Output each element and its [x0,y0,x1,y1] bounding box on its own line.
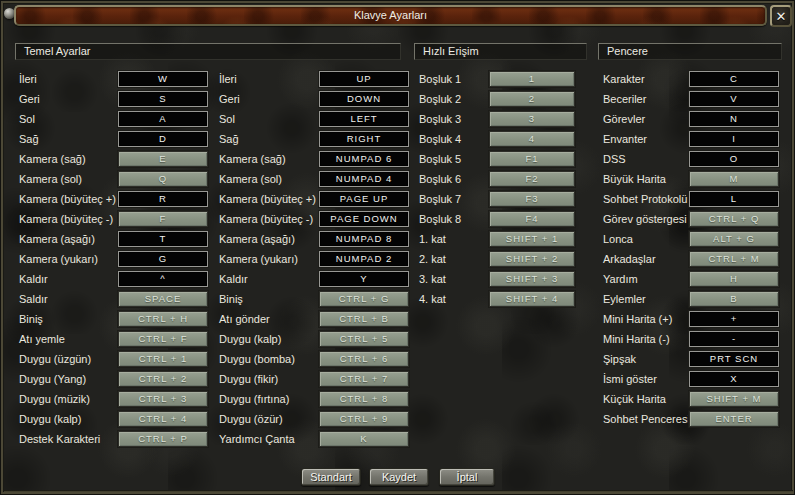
keybind-button[interactable]: M [689,171,779,187]
keybind-button[interactable]: CTRL + 9 [319,411,409,427]
keybind-button[interactable]: PRT SCN [689,351,779,367]
keybind-button[interactable]: ENTER [689,411,779,427]
keybind-button[interactable]: CTRL + 2 [118,371,208,387]
keybind-row: 4. katSHIFT + 4 [419,291,575,307]
keybind-button[interactable]: E [118,151,208,167]
keybind-button[interactable]: SHIFT + M [689,391,779,407]
keybind-button[interactable]: LEFT [319,111,409,127]
keybind-button[interactable]: G [118,251,208,267]
keybind-button[interactable]: UP [319,71,409,87]
window-title: Klavye Ayarları [354,9,427,21]
keybind-button[interactable]: T [118,231,208,247]
keybind-button[interactable]: CTRL + 7 [319,371,409,387]
keybind-button[interactable]: - [689,331,779,347]
keybind-button[interactable]: + [689,311,779,327]
keybind-row: SaldırSPACE [19,291,208,307]
keybind-button[interactable]: V [689,91,779,107]
keybind-button[interactable]: D [118,131,208,147]
keybind-button[interactable]: F3 [489,191,575,207]
keybind-button[interactable]: CTRL + 3 [118,391,208,407]
keybind-button[interactable]: 4 [489,131,575,147]
keybind-button[interactable]: F2 [489,171,575,187]
iptal-button[interactable]: İptal [439,468,495,486]
keybind-button[interactable]: O [689,151,779,167]
keybind-row: Mini Harita (+)+ [603,311,779,327]
keybind-row: ArkadaşlarCTRL + M [603,251,779,267]
keybind-button[interactable]: X [689,371,779,387]
keybind-button[interactable]: NUMPAD 4 [319,171,409,187]
keybind-button[interactable]: SHIFT + 4 [489,291,575,307]
keybind-button[interactable]: CTRL + H [118,311,208,327]
keybind-button[interactable]: SHIFT + 3 [489,271,575,287]
keybind-button[interactable]: CTRL + G [319,291,409,307]
keybind-button[interactable]: B [689,291,779,307]
keybind-label: 3. kat [419,273,489,285]
keybind-button[interactable]: 2 [489,91,575,107]
keybind-button[interactable]: CTRL + F [118,331,208,347]
keybind-button[interactable]: CTRL + 4 [118,411,208,427]
keybind-row: Kamera (sol)NUMPAD 4 [219,171,409,187]
keybind-row: İsmi gösterX [603,371,779,387]
keybind-button[interactable]: SHIFT + 2 [489,251,575,267]
keybind-button[interactable]: R [118,191,208,207]
keybind-row: Duygu (özür)CTRL + 9 [219,411,409,427]
keybind-button[interactable]: PAGE UP [319,191,409,207]
keybind-label: Boşluk 5 [419,153,489,165]
keybind-button[interactable]: Q [118,171,208,187]
keybind-label: Geri [19,93,118,105]
keybind-button[interactable]: NUMPAD 8 [319,231,409,247]
keybind-row: DSSO [603,151,779,167]
kaydet-button[interactable]: Kaydet [369,468,429,486]
keybind-row: Kaldır^ [19,271,208,287]
keybind-label: Eylemler [603,293,689,305]
keybind-button[interactable]: CTRL + 1 [118,351,208,367]
keybind-button[interactable]: CTRL + Q [689,211,779,227]
keybind-button[interactable]: NUMPAD 2 [319,251,409,267]
keybind-button[interactable]: CTRL + M [689,251,779,267]
keybind-button[interactable]: S [118,91,208,107]
keybind-row: Kamera (büyüteç -)PAGE DOWN [219,211,409,227]
keybind-button[interactable]: F [118,211,208,227]
title-bar[interactable]: Klavye Ayarları [14,5,767,26]
keybind-button[interactable]: C [689,71,779,87]
keybind-button[interactable]: L [689,191,779,207]
keybind-button[interactable]: CTRL + B [319,311,409,327]
keybind-label: Kamera (sağ) [19,153,118,165]
keybind-button[interactable]: CTRL + P [118,431,208,447]
close-button[interactable]: ✕ [770,5,792,27]
keybind-button[interactable]: CTRL + 6 [319,351,409,367]
keybind-button[interactable]: K [319,431,409,447]
keybind-button[interactable]: SHIFT + 1 [489,231,575,247]
keybind-button[interactable]: 3 [489,111,575,127]
keybind-button[interactable]: W [118,71,208,87]
keybind-button[interactable]: 1 [489,71,575,87]
keybind-button[interactable]: F4 [489,211,575,227]
keybind-button[interactable]: F1 [489,151,575,167]
keybind-button[interactable]: SPACE [118,291,208,307]
keybind-row: İleriUP [219,71,409,87]
keybind-row: Kamera (büyüteç +)PAGE UP [219,191,409,207]
keybind-button[interactable]: I [689,131,779,147]
keybind-row: 1. katSHIFT + 1 [419,231,575,247]
keybind-button[interactable]: H [689,271,779,287]
keybind-label: Lonca [603,233,689,245]
keybind-row: SolLEFT [219,111,409,127]
keybind-button[interactable]: ^ [118,271,208,287]
keybind-label: Geri [219,93,319,105]
keybind-button[interactable]: N [689,111,779,127]
keybind-button[interactable]: CTRL + 8 [319,391,409,407]
keybind-button[interactable]: CTRL + 5 [319,331,409,347]
keybind-button[interactable]: Y [319,271,409,287]
keybind-button[interactable]: A [118,111,208,127]
keybind-button[interactable]: ALT + G [689,231,779,247]
keybind-button[interactable]: DOWN [319,91,409,107]
keybind-button[interactable]: NUMPAD 6 [319,151,409,167]
keybind-button[interactable]: RIGHT [319,131,409,147]
keybind-label: Karakter [603,73,689,85]
section-header-basic-settings: Temel Ayarlar [15,43,401,60]
keybind-label: Duygu (Yang) [19,373,118,385]
standart-button[interactable]: Standart [301,468,361,486]
keybind-label: DSS [603,153,689,165]
keybind-label: Biniş [219,293,319,305]
keybind-button[interactable]: PAGE DOWN [319,211,409,227]
